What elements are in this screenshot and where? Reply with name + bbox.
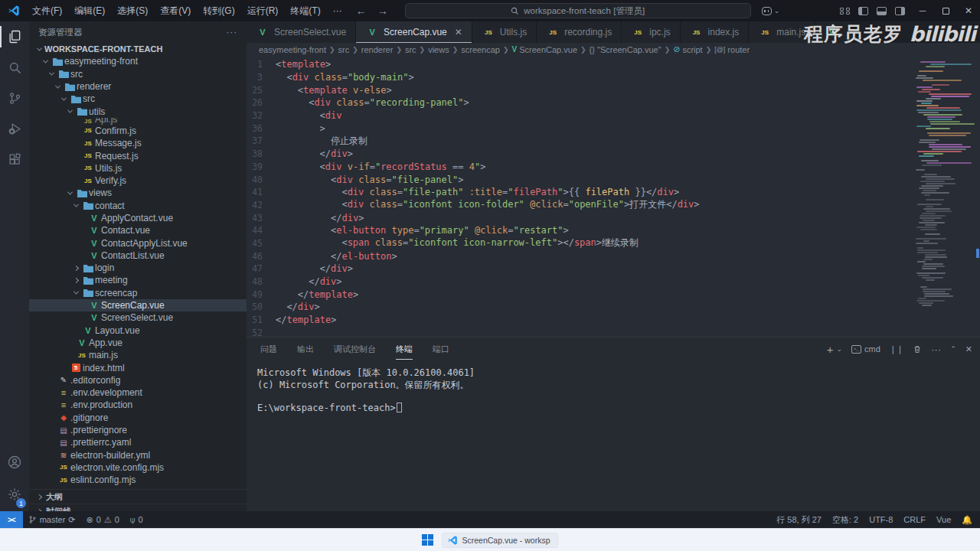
kill-terminal-icon[interactable] — [913, 344, 922, 354]
chevron-right-icon[interactable] — [70, 266, 81, 270]
chevron-down-icon[interactable] — [70, 204, 81, 207]
tree-item-renderer[interactable]: renderer — [29, 80, 247, 93]
panel-tab-输出[interactable]: 输出 — [297, 338, 314, 360]
chevron-down-icon[interactable] — [40, 60, 51, 64]
search-sidebar-icon[interactable] — [0, 52, 29, 83]
breadcrumb-item[interactable]: src — [405, 45, 416, 54]
panel-tab-端口[interactable]: 端口 — [433, 338, 449, 360]
tree-item--env-production[interactable]: ≡.env.production — [29, 399, 247, 411]
code-editor[interactable]: 1<template>3<div class="body-main">25<te… — [247, 56, 980, 337]
chevron-down-icon[interactable] — [52, 85, 63, 89]
window-maximize-button[interactable] — [934, 0, 957, 21]
nav-back-icon[interactable]: ← — [356, 5, 367, 17]
start-button-icon[interactable] — [422, 534, 434, 546]
chevron-down-icon[interactable] — [46, 72, 57, 76]
account-icon[interactable] — [0, 447, 29, 478]
tree-item-workspace-front-teach[interactable]: WORKSPACE-FRONT-TEACH — [29, 43, 247, 55]
chevron-down-icon[interactable] — [64, 109, 75, 113]
toggle-panel-icon[interactable] — [877, 7, 887, 15]
breadcrumb-item[interactable]: renderer — [361, 45, 394, 54]
tab-recording.js[interactable]: JSrecording.js — [537, 21, 622, 43]
tree-item-electron-vite-config-mjs[interactable]: JSelectron.vite.config.mjs — [29, 461, 247, 474]
menu-···[interactable]: ··· — [327, 0, 348, 21]
explorer-icon[interactable] — [0, 21, 29, 52]
tree-item-screencap-vue[interactable]: VScreenCap.vue — [29, 299, 247, 311]
menu-运行(R)[interactable]: 运行(R) — [241, 0, 285, 21]
tree-item-src[interactable]: src — [29, 93, 247, 105]
explorer-more-actions-icon[interactable]: ··· — [227, 28, 238, 37]
chevron-down-icon[interactable] — [70, 291, 81, 295]
window-close-button[interactable]: ✕ — [957, 0, 980, 21]
customize-layout-icon[interactable] — [840, 7, 850, 15]
new-terminal-icon[interactable]: + — [827, 343, 834, 356]
nav-forward-icon[interactable]: → — [377, 5, 388, 17]
terminal-profile-chevron-icon[interactable]: ⌄ — [836, 345, 842, 353]
menu-终端(T)[interactable]: 终端(T) — [284, 0, 326, 21]
run-debug-icon[interactable] — [0, 113, 29, 144]
sidebar-section-时间线[interactable]: 时间线 — [29, 504, 247, 511]
window-minimize-button[interactable]: ─ — [911, 0, 934, 21]
panel-tab-终端[interactable]: 终端 — [396, 338, 413, 360]
tab-utils.js[interactable]: JSUtils.js — [472, 21, 537, 43]
menu-文件(F)[interactable]: 文件(F) — [26, 0, 68, 21]
tree-item-login[interactable]: login — [29, 262, 247, 274]
tree-item-layout-vue[interactable]: VLayout.vue — [29, 324, 247, 337]
tree-item-contact-vue[interactable]: VContact.vue — [29, 224, 247, 236]
minimap[interactable] — [913, 56, 980, 337]
tab-close-icon[interactable]: ✕ — [455, 27, 462, 37]
tab-index.js[interactable]: JSindex.js — [681, 21, 750, 43]
settings-gear-icon[interactable]: 1 — [0, 478, 29, 511]
breadcrumb-item[interactable]: [@]router — [714, 45, 750, 54]
tree-item-message-js[interactable]: JSMessage.js — [29, 137, 247, 149]
tree-item-contactlist-vue[interactable]: VContactList.vue — [29, 249, 247, 262]
tree-item-api-js[interactable]: JSApi.js — [29, 118, 247, 125]
panel-tab-调试控制台[interactable]: 调试控制台 — [334, 338, 376, 360]
notifications-bell-icon[interactable]: 🔔 — [956, 515, 980, 525]
tree-item-app-vue[interactable]: VApp.vue — [29, 337, 247, 349]
tree-item-eslint-config-mjs[interactable]: JSeslint.config.mjs — [29, 474, 247, 486]
status-item-4[interactable]: Vue — [931, 515, 956, 524]
command-center-search[interactable]: workspace-front-teach [管理员] — [405, 3, 751, 18]
menu-查看(V)[interactable]: 查看(V) — [154, 0, 197, 21]
breadcrumb[interactable]: easymeeting-front❯src❯renderer❯src❯views… — [247, 43, 980, 56]
panel-tab-问题[interactable]: 问题 — [260, 338, 277, 360]
tree-item--prettierignore[interactable]: ▤.prettierignore — [29, 424, 247, 436]
breadcrumb-item[interactable]: views — [428, 45, 449, 54]
tree-item-index-html[interactable]: 5index.html — [29, 361, 247, 373]
status-item-1[interactable]: 空格: 2 — [827, 514, 864, 526]
tree-item-easymeeting-front[interactable]: easymeeting-front — [29, 55, 247, 67]
breadcrumb-item[interactable]: src — [338, 45, 350, 54]
breadcrumb-item[interactable]: easymeeting-front — [259, 45, 326, 54]
tree-item-applycontact-vue[interactable]: VApplyContact.vue — [29, 212, 247, 224]
tree-item-utils-js[interactable]: JSUtils.js — [29, 162, 247, 174]
toggle-sidebar-icon[interactable] — [858, 7, 868, 15]
chevron-down-icon[interactable] — [64, 191, 75, 195]
source-control-icon[interactable] — [0, 83, 29, 113]
tab-screencap.vue[interactable]: VScreenCap.vue✕ — [356, 21, 472, 43]
status-item-2[interactable]: UTF-8 — [864, 515, 898, 524]
tree-item--prettierrc-yaml[interactable]: ▤.prettierrc.yaml — [29, 436, 247, 448]
menu-转到(G)[interactable]: 转到(G) — [197, 0, 240, 21]
status-item-3[interactable]: CRLF — [898, 515, 931, 524]
close-panel-icon[interactable]: ✕ — [965, 344, 972, 354]
breadcrumb-item[interactable]: ⊘script — [673, 44, 703, 54]
tree-item-screencap[interactable]: screencap — [29, 287, 247, 299]
problems-item[interactable]: ⊗ 0 ⚠ 0 — [81, 515, 125, 525]
status-item-0[interactable]: 行 58, 列 27 — [771, 514, 827, 526]
tab-ipc.js[interactable]: JSipc.js — [622, 21, 680, 43]
menu-编辑(E)[interactable]: 编辑(E) — [68, 0, 111, 21]
split-terminal-icon[interactable]: ❘❘ — [890, 344, 903, 354]
taskbar-vscode-app[interactable]: ScreenCap.vue - worksp — [442, 533, 559, 548]
tree-item-electron-builder-yml[interactable]: ≋electron-builder.yml — [29, 449, 247, 461]
tree-item--editorconfig[interactable]: ✎.editorconfig — [29, 374, 247, 386]
panel-more-actions-icon[interactable]: ··· — [931, 344, 941, 355]
tree-item--env-development[interactable]: ≡.env.development — [29, 386, 247, 399]
copilot-button[interactable]: ⌄ — [762, 7, 780, 15]
git-branch-item[interactable]: master ⟳ — [23, 515, 81, 525]
chevron-right-icon[interactable] — [70, 279, 81, 282]
tree-item-confirm-js[interactable]: JSConfirm.js — [29, 125, 247, 137]
tree-item-verify-js[interactable]: JSVerify.js — [29, 174, 247, 187]
chevron-down-icon[interactable] — [34, 47, 44, 51]
breadcrumb-item[interactable]: {} "ScreenCap.vue" — [590, 45, 662, 54]
tab-screenselect.vue[interactable]: VScreenSelect.vue — [247, 21, 356, 43]
